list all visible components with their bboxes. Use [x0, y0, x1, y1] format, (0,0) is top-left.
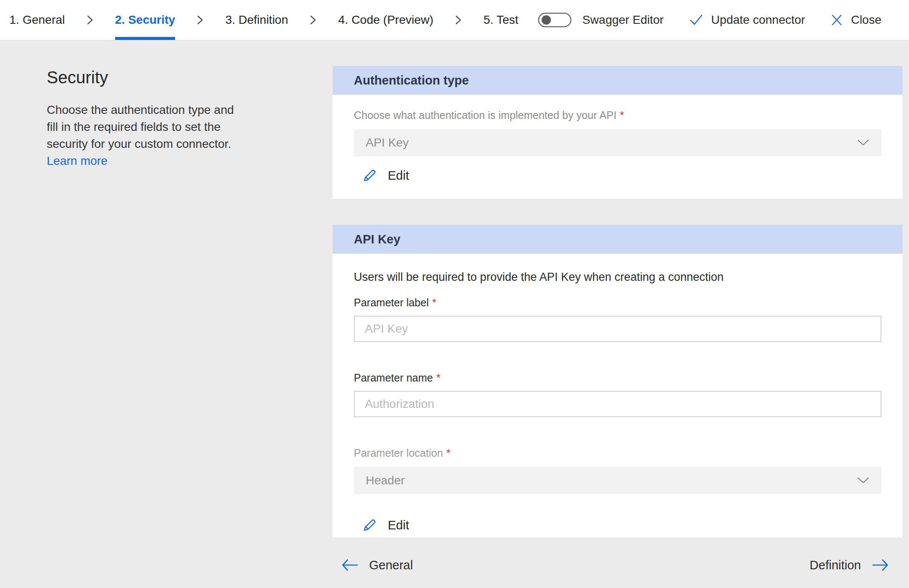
authentication-type-card: Authentication type Choose what authenti…	[333, 66, 903, 199]
api-key-card-body: Users will be required to provide the AP…	[333, 254, 903, 533]
pencil-icon	[361, 517, 378, 533]
auth-type-edit-label: Edit	[388, 169, 409, 183]
auth-type-dropdown: API Key	[354, 129, 881, 156]
api-key-edit-label: Edit	[388, 518, 409, 532]
step-security[interactable]: 2. Security	[115, 0, 175, 40]
update-connector-label: Update connector	[711, 13, 805, 27]
required-asterisk: *	[446, 447, 451, 459]
chevron-down-icon	[857, 139, 869, 146]
chevron-right-icon	[195, 14, 206, 26]
intro-description-line: security for your custom connector.	[47, 136, 261, 153]
parameter-label-input[interactable]	[354, 316, 881, 342]
next-definition-label: Definition	[810, 558, 861, 572]
close-label: Close	[851, 13, 881, 27]
parameter-label-label-row: Parameter label *	[354, 297, 881, 309]
chevron-right-icon	[453, 14, 464, 26]
parameter-label-label: Parameter label	[354, 297, 429, 309]
page-title: Security	[47, 68, 261, 87]
step-definition[interactable]: 3. Definition	[225, 0, 288, 40]
parameter-name-input[interactable]	[354, 391, 881, 417]
wizard-top-bar: 1. General 2. Security 3. Definition 4. …	[0, 0, 909, 40]
step-general[interactable]: 1. General	[9, 0, 65, 40]
required-asterisk: *	[620, 109, 624, 122]
step-test[interactable]: 5. Test	[483, 0, 518, 40]
step-code-preview[interactable]: 4. Code (Preview)	[338, 0, 433, 40]
chevron-down-icon	[857, 477, 869, 484]
auth-type-field-label-row: Choose what authentication is implemente…	[354, 109, 881, 122]
step-code-preview-label: 4. Code (Preview)	[338, 13, 433, 27]
required-asterisk: *	[436, 372, 440, 384]
pencil-icon	[361, 167, 378, 184]
back-general-button[interactable]: General	[340, 558, 413, 572]
authentication-type-card-body: Choose what authentication is implemente…	[333, 95, 903, 184]
back-general-label: General	[369, 558, 413, 572]
next-definition-button[interactable]: Definition	[810, 558, 890, 572]
security-intro-panel: Security Choose the authentication type …	[47, 68, 261, 170]
step-test-label: 5. Test	[483, 13, 518, 27]
auth-type-edit-button[interactable]: Edit	[361, 167, 409, 184]
parameter-location-label: Parameter location	[354, 447, 443, 459]
wizard-steps: 1. General 2. Security 3. Definition 4. …	[9, 0, 518, 40]
step-definition-label: 3. Definition	[225, 13, 288, 27]
authentication-type-card-header: Authentication type	[333, 66, 903, 95]
intro-description-line: Choose the authentication type and	[47, 102, 261, 119]
close-button[interactable]: Close	[830, 13, 881, 27]
learn-more-link[interactable]: Learn more	[47, 153, 107, 170]
wizard-footer-nav: General Definition	[333, 551, 903, 579]
chevron-right-icon	[308, 14, 319, 26]
api-key-edit-button[interactable]: Edit	[361, 517, 409, 533]
update-connector-button[interactable]: Update connector	[689, 13, 805, 27]
api-key-card: API Key Users will be required to provid…	[333, 225, 903, 537]
required-asterisk: *	[432, 297, 436, 309]
auth-type-dropdown-value: API Key	[366, 136, 409, 150]
swagger-editor-toggle[interactable]	[538, 13, 571, 27]
arrow-left-icon	[340, 558, 359, 572]
parameter-name-label: Parameter name	[354, 372, 433, 384]
close-icon	[830, 14, 843, 26]
parameter-location-label-row: Parameter location *	[354, 447, 881, 459]
swagger-editor-label: Swagger Editor	[582, 13, 663, 27]
chevron-right-icon	[85, 14, 96, 26]
parameter-location-dropdown: Header	[354, 467, 881, 494]
arrow-right-icon	[871, 558, 890, 572]
top-bar-actions: Swagger Editor Update connector Close	[538, 13, 881, 27]
step-general-label: 1. General	[9, 13, 65, 27]
auth-type-field-label: Choose what authentication is implemente…	[354, 109, 616, 122]
parameter-name-label-row: Parameter name *	[354, 372, 881, 384]
toggle-knob	[542, 15, 551, 25]
intro-description-line: fill in the required fields to set the	[47, 119, 261, 136]
checkmark-icon	[689, 13, 703, 27]
step-security-label: 2. Security	[115, 13, 175, 27]
api-key-card-header: API Key	[333, 225, 903, 254]
api-key-description: Users will be required to provide the AP…	[354, 271, 881, 284]
parameter-location-dropdown-value: Header	[366, 474, 405, 487]
